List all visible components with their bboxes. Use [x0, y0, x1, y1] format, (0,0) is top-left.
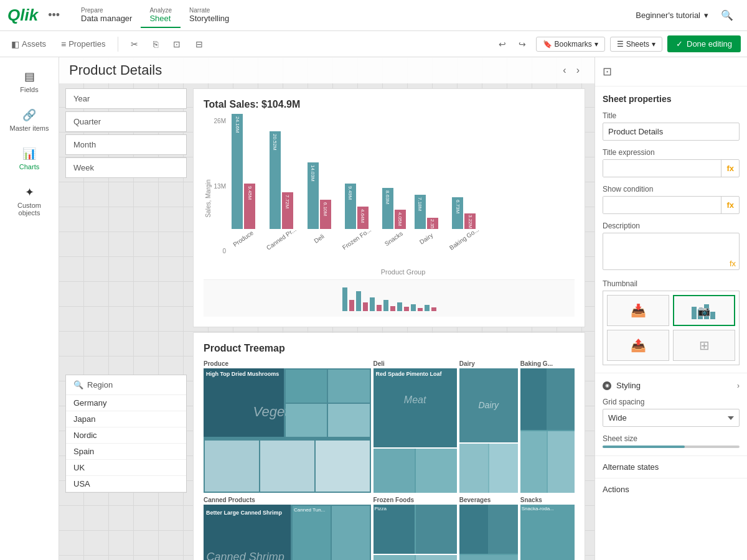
title-expression-input[interactable] [603, 160, 721, 177]
grid-spacing-select[interactable]: Wide Medium Narrow [603, 409, 740, 427]
filter-week[interactable]: Week [65, 157, 187, 178]
paste-button[interactable]: ⊡ [168, 37, 186, 52]
canned-highlight-label: Better Large Canned Shrimp [206, 510, 282, 516]
description-fx-button[interactable]: fx [730, 259, 736, 268]
mini-bar-8 [390, 306, 395, 311]
mini-bar-6 [377, 305, 382, 311]
title-expression-fx-button[interactable]: fx [721, 160, 739, 177]
thumbnail-import[interactable]: 📥 [607, 295, 669, 326]
description-input[interactable] [603, 233, 740, 270]
sheet-size-label: Sheet size [603, 434, 740, 443]
sidebar-item-master-items[interactable]: 🔗 Master items [4, 102, 54, 138]
copy-button[interactable]: ⎘ [148, 37, 163, 52]
nav-prepare[interactable]: Prepare Data manager [72, 3, 141, 28]
treemap-produce[interactable]: High Top Dried Mushrooms Vegetables [204, 368, 371, 493]
thumbnail-grid-view[interactable]: ⊞ [673, 330, 735, 361]
bar-produce-pink[interactable]: 9.45M [244, 184, 255, 229]
copy-icon: ⎘ [153, 39, 158, 49]
fx-icon: fx [726, 164, 734, 173]
bar-frozen-pink[interactable]: 4.64M [357, 207, 369, 229]
thumbnail-chart[interactable]: 📷 [673, 295, 735, 326]
bar-category-snacks: Snacks [383, 230, 404, 248]
bar-produce-teal[interactable]: 24.16M [232, 114, 243, 229]
sheets-button[interactable]: ☰ Sheets ▾ [610, 37, 662, 52]
region-spain[interactable]: Spain [66, 444, 186, 460]
show-condition-fx-button[interactable]: fx [721, 197, 739, 213]
nav-dots-menu[interactable]: ••• [48, 9, 60, 22]
title-input[interactable] [603, 123, 740, 141]
bar-category-canned: Canned Pr... [265, 226, 298, 251]
bar-snacks-pink[interactable]: 4.05M [395, 210, 406, 229]
styling-header[interactable]: ◉ Styling › [595, 373, 747, 398]
filter-quarter[interactable]: Quarter [65, 111, 187, 132]
treemap-header-2: Canned Products Frozen Foods Beverages S… [204, 497, 575, 503]
qlik-logo: Qlik [7, 6, 38, 25]
show-condition-section: Show condition fx [595, 185, 747, 222]
bar-dairy-pink[interactable]: 2.35M [427, 218, 438, 229]
qlik-wordmark: Qlik [7, 6, 38, 25]
actions-section[interactable]: Actions [595, 478, 747, 500]
properties-button[interactable]: ≡ Properties [56, 37, 110, 52]
region-germany[interactable]: Germany [66, 395, 186, 411]
baking-b2 [548, 431, 575, 493]
nav-narrate[interactable]: Narrate Storytelling [181, 3, 238, 28]
bar-snacks-pink-label: 4.05M [397, 212, 403, 226]
cut-button[interactable]: ✂ [126, 37, 143, 52]
show-condition-input[interactable] [603, 197, 721, 213]
thumbnail-export[interactable]: 📤 [607, 330, 669, 361]
redo-button[interactable]: ↪ [514, 37, 531, 52]
treemap-beverages[interactable] [459, 505, 518, 560]
camera-overlay-icon: 📷 [698, 305, 710, 317]
sidebar-item-fields[interactable]: ▤ Fields [4, 63, 54, 100]
nav-analyze[interactable]: Analyze Sheet [141, 3, 181, 28]
region-list: Germany Japan Nordic Spain UK USA [66, 395, 186, 492]
nav-analyze-label: Analyze [149, 7, 172, 14]
region-filter-header: 🔍 Region [66, 375, 186, 395]
filter-year[interactable]: Year [65, 88, 187, 109]
treemap-snacks[interactable]: Snacka-roda... Slinky Food... [520, 505, 575, 560]
region-japan[interactable]: Japan [66, 411, 186, 427]
delete-button[interactable]: ⊟ [190, 37, 208, 52]
bar-frozen-teal[interactable]: 9.49M [345, 184, 356, 229]
assets-button[interactable]: ◧ Assets [6, 37, 51, 52]
bar-dairy-teal[interactable]: 7.18M [415, 195, 426, 229]
bar-deli-teal[interactable]: 14.03M [308, 162, 319, 229]
tutorial-button[interactable]: Beginner's tutorial ▾ [629, 11, 715, 20]
canned-big-label: Canned Shrimp [207, 551, 284, 560]
alternate-states-section[interactable]: Alternate states [595, 456, 747, 478]
search-button[interactable]: 🔍 [715, 9, 740, 21]
region-filter: 🔍 Region Germany Japan Nordic Spain UK U… [65, 375, 187, 493]
sidebar-item-charts[interactable]: 📊 Charts [4, 141, 54, 177]
bookmarks-button[interactable]: 🔖 Bookmarks ▾ [536, 37, 605, 52]
treemap-frozen[interactable]: Pizza [374, 505, 457, 560]
treemap-canned[interactable]: Better Large Canned Shrimp Canned Shrimp… [204, 505, 371, 560]
bar-pair-produce: 24.16M 9.45M [232, 114, 255, 229]
bar-canned-teal-label: 20.52M [272, 134, 278, 151]
region-uk[interactable]: UK [66, 460, 186, 476]
frozen-t2 [416, 505, 457, 554]
treemap-baking[interactable] [520, 368, 575, 493]
next-sheet-button[interactable]: › [571, 62, 585, 78]
bar-canned-pink[interactable]: 7.72M [282, 192, 293, 229]
undo-button[interactable]: ↩ [494, 37, 511, 52]
prev-sheet-button[interactable]: ‹ [558, 62, 571, 78]
done-editing-button[interactable]: ✓ Done editing [667, 35, 741, 52]
bar-snacks-teal[interactable]: 8.63M [382, 188, 393, 229]
bar-group-canned: 20.52M 7.72M Canned Pr... [264, 131, 299, 242]
baking-bottom [520, 431, 575, 493]
y-label-26m: 26M [214, 118, 226, 124]
treemap-deli[interactable]: Red Spade Pimento Loaf Meat [374, 368, 457, 493]
sidebar-item-custom-objects[interactable]: ✦ Custom objects [4, 179, 54, 223]
mini-bars [342, 286, 436, 311]
region-nordic[interactable]: Nordic [66, 427, 186, 444]
sheet-size-bar[interactable] [603, 446, 740, 448]
filter-month[interactable]: Month [65, 134, 187, 155]
bar-baking-teal[interactable]: 6.73M [452, 197, 463, 229]
bar-deli-pink[interactable]: 6.10M [320, 200, 331, 229]
sheet-layout-icon[interactable]: ⊡ [603, 65, 612, 78]
region-usa[interactable]: USA [66, 476, 186, 492]
bar-canned-teal[interactable]: 20.52M [270, 131, 281, 229]
bar-pair-baking: 6.73M 3.22M [452, 197, 476, 229]
nav-prepare-label: Prepare [81, 7, 132, 14]
treemap-dairy[interactable]: Dairy [459, 368, 518, 493]
